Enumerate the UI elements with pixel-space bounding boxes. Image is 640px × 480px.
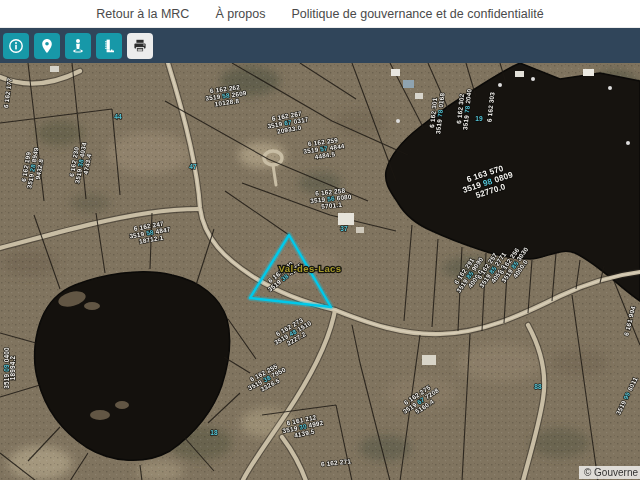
street-view-button[interactable] <box>65 33 91 59</box>
address-number: 88 <box>534 383 542 390</box>
printer-icon <box>132 38 148 54</box>
address-number: 19 <box>475 115 483 122</box>
street-view-person-icon <box>70 38 86 54</box>
nav-link-a-propos[interactable]: À propos <box>215 7 265 21</box>
map-marker-icon <box>39 38 55 54</box>
print-button[interactable] <box>127 33 153 59</box>
top-navbar: Retour à la MRC À propos Politique de go… <box>0 0 640 28</box>
map-canvas[interactable]: 6 162 2623519 58 260910128.86 162 267351… <box>0 63 640 480</box>
address-number: 18 <box>210 429 218 436</box>
measure-button[interactable] <box>96 33 122 59</box>
svg-text:18994.2: 18994.2 <box>9 356 16 381</box>
info-circle-icon <box>8 38 24 54</box>
map-toolbar <box>0 28 640 63</box>
map-container: 6 162 2623519 58 260910128.86 162 267351… <box>0 63 640 480</box>
map-attribution: © Gouverne <box>579 466 640 479</box>
nav-link-politique[interactable]: Politique de gouvernance et de confident… <box>291 7 543 21</box>
nav-link-retour-mrc[interactable]: Retour à la MRC <box>96 7 189 21</box>
app-window: Retour à la MRC À propos Politique de go… <box>0 0 640 480</box>
address-number: 44 <box>114 113 122 120</box>
municipality-label: Val-des-Lacs <box>279 263 342 274</box>
ruler-icon <box>101 38 117 54</box>
address-number: 47 <box>189 163 197 170</box>
info-button[interactable] <box>3 33 29 59</box>
locate-button[interactable] <box>34 33 60 59</box>
address-number: 37 <box>340 225 348 232</box>
